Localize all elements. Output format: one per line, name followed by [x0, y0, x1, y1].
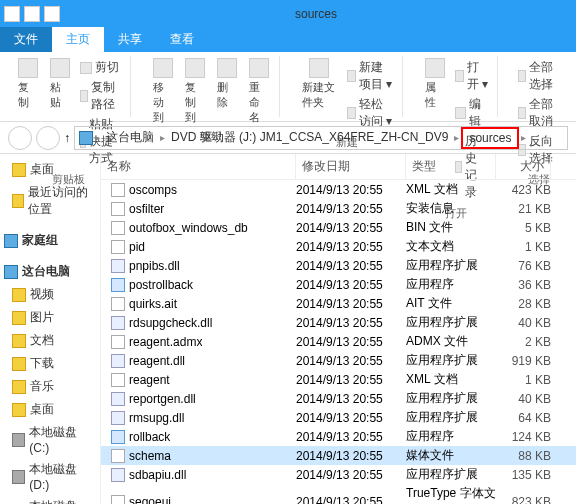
breadcrumb[interactable]: ▸ 这台电脑 ▸ DVD 驱动器 (J:) JM1_CCSA_X64FRE_ZH…	[74, 126, 568, 150]
col-type[interactable]: 类型	[406, 154, 496, 179]
file-date: 2014/9/13 20:55	[296, 316, 406, 330]
file-row[interactable]: reagent2014/9/13 20:55XML 文档1 KB	[101, 370, 576, 389]
file-row[interactable]: reportgen.dll2014/9/13 20:55应用程序扩展40 KB	[101, 389, 576, 408]
newitem-button[interactable]: 新建项目 ▾	[347, 58, 394, 94]
folder-icon[interactable]	[4, 6, 20, 22]
props-button[interactable]: 属性	[421, 56, 449, 112]
rename-button[interactable]: 重命名	[245, 56, 273, 127]
file-date: 2014/9/13 20:55	[296, 278, 406, 292]
back-button[interactable]	[8, 126, 32, 150]
bc-thispc[interactable]: 这台电脑	[102, 129, 158, 146]
file-row[interactable]: rdsupgcheck.dll2014/9/13 20:55应用程序扩展40 K…	[101, 313, 576, 332]
tree-video[interactable]: 视频	[0, 283, 100, 306]
moveto-button[interactable]: 移动到	[149, 56, 177, 127]
file-icon	[111, 259, 125, 273]
cut-icon	[80, 62, 92, 74]
up-button[interactable]: ↑	[64, 131, 70, 145]
file-row[interactable]: quirks.ait2014/9/13 20:55AIT 文件28 KB	[101, 294, 576, 313]
file-name: pnpibs.dll	[129, 259, 180, 273]
file-size: 88 KB	[496, 449, 551, 463]
titlebar: sources	[0, 0, 576, 28]
file-type: 应用程序	[406, 428, 496, 445]
tab-share[interactable]: 共享	[104, 27, 156, 52]
forward-button[interactable]	[36, 126, 60, 150]
tree-recent[interactable]: 最近访问的位置	[0, 181, 100, 221]
newfolder-icon	[309, 58, 329, 78]
file-row[interactable]: oscomps2014/9/13 20:55XML 文档423 KB	[101, 180, 576, 199]
copy-button[interactable]: 复制	[14, 56, 42, 112]
file-row[interactable]: rmsupg.dll2014/9/13 20:55应用程序扩展64 KB	[101, 408, 576, 427]
docs-icon	[12, 334, 26, 348]
bc-sources[interactable]: sources	[461, 127, 519, 149]
delete-icon	[217, 58, 237, 78]
file-size: 1 KB	[496, 373, 551, 387]
tree-hdd[interactable]: 本地磁盘 (D:)	[0, 458, 100, 495]
file-row[interactable]: outofbox_windows_db2014/9/13 20:55BIN 文件…	[101, 218, 576, 237]
tree-desktop[interactable]: 桌面	[0, 158, 100, 181]
tree-hde[interactable]: 本地磁盘 (E:)	[0, 495, 100, 504]
file-date: 2014/9/13 20:55	[296, 335, 406, 349]
file-type: XML 文档	[406, 371, 496, 388]
file-icon	[111, 335, 125, 349]
tree-thispc[interactable]: 这台电脑	[0, 260, 100, 283]
file-name: osfilter	[129, 202, 164, 216]
homegroup-icon	[4, 234, 18, 248]
file-date: 2014/9/13 20:55	[296, 202, 406, 216]
file-type: 应用程序扩展	[406, 352, 496, 369]
tab-view[interactable]: 查看	[156, 27, 208, 52]
copypath-button[interactable]: 复制路径	[80, 78, 122, 114]
file-row[interactable]: osfilter2014/9/13 20:55安装信息21 KB	[101, 199, 576, 218]
col-size[interactable]: 大小	[496, 154, 551, 179]
copyto-button[interactable]: 复制到	[181, 56, 209, 127]
open-button[interactable]: 打开 ▾	[455, 58, 489, 94]
newfolder-button[interactable]: 新建文件夹	[298, 56, 342, 112]
file-type: 应用程序	[406, 276, 496, 293]
file-row[interactable]: pnpibs.dll2014/9/13 20:55应用程序扩展76 KB	[101, 256, 576, 275]
pc-icon	[4, 265, 18, 279]
file-row[interactable]: reagent.dll2014/9/13 20:55应用程序扩展919 KB	[101, 351, 576, 370]
file-type: 媒体文件	[406, 447, 496, 464]
tree-hdc[interactable]: 本地磁盘 (C:)	[0, 421, 100, 458]
file-type: 文本文档	[406, 238, 496, 255]
bc-dvd[interactable]: DVD 驱动器 (J:) JM1_CCSA_X64FRE_ZH-CN_DV9	[167, 129, 452, 146]
paste-button[interactable]: 粘贴	[46, 56, 74, 112]
tree-pictures[interactable]: 图片	[0, 306, 100, 329]
file-icon	[111, 202, 125, 216]
file-size: 40 KB	[496, 316, 551, 330]
cut-button[interactable]: 剪切	[80, 58, 122, 77]
file-size: 21 KB	[496, 202, 551, 216]
file-row[interactable]: pid2014/9/13 20:55文本文档1 KB	[101, 237, 576, 256]
file-name: rollback	[129, 430, 170, 444]
file-name: postrollback	[129, 278, 193, 292]
file-row[interactable]: postrollback2014/9/13 20:55应用程序36 KB	[101, 275, 576, 294]
file-size: 423 KB	[496, 183, 551, 197]
copyto-icon	[185, 58, 205, 78]
file-row[interactable]: reagent.admx2014/9/13 20:55ADMX 文件2 KB	[101, 332, 576, 351]
selectall-button[interactable]: 全部选择	[518, 58, 560, 94]
desktop-icon	[12, 403, 26, 417]
qat-icon[interactable]	[24, 6, 40, 22]
tree-music[interactable]: 音乐	[0, 375, 100, 398]
file-size: 823 KB	[496, 495, 551, 504]
delete-button[interactable]: 删除	[213, 56, 241, 112]
chevron-right-icon: ▸	[521, 132, 526, 143]
tree-docs[interactable]: 文档	[0, 329, 100, 352]
col-name[interactable]: 名称	[101, 154, 296, 179]
tab-file[interactable]: 文件	[0, 27, 52, 52]
file-row[interactable]: schema2014/9/13 20:55媒体文件88 KB	[101, 446, 576, 465]
file-row[interactable]: sdbapiu.dll2014/9/13 20:55应用程序扩展135 KB	[101, 465, 576, 484]
ribbon: 复制 粘贴 剪切 复制路径 粘贴快捷方式 剪贴板 移动到 复制到 删除 重命名 …	[0, 52, 576, 122]
tree-downloads[interactable]: 下载	[0, 352, 100, 375]
file-row[interactable]: rollback2014/9/13 20:55应用程序124 KB	[101, 427, 576, 446]
col-date[interactable]: 修改日期	[296, 154, 406, 179]
tree-homegroup[interactable]: 家庭组	[0, 229, 100, 252]
qat-icon[interactable]	[44, 6, 60, 22]
file-row[interactable]: segoeui2014/9/13 20:55TrueType 字体文件823 K…	[101, 484, 576, 504]
tab-home[interactable]: 主页	[52, 27, 104, 52]
file-type: BIN 文件	[406, 219, 496, 236]
file-size: 135 KB	[496, 468, 551, 482]
chevron-right-icon: ▸	[95, 132, 100, 143]
group-clipboard: 复制 粘贴 剪切 复制路径 粘贴快捷方式 剪贴板	[8, 56, 131, 117]
tree-desktop2[interactable]: 桌面	[0, 398, 100, 421]
file-size: 919 KB	[496, 354, 551, 368]
